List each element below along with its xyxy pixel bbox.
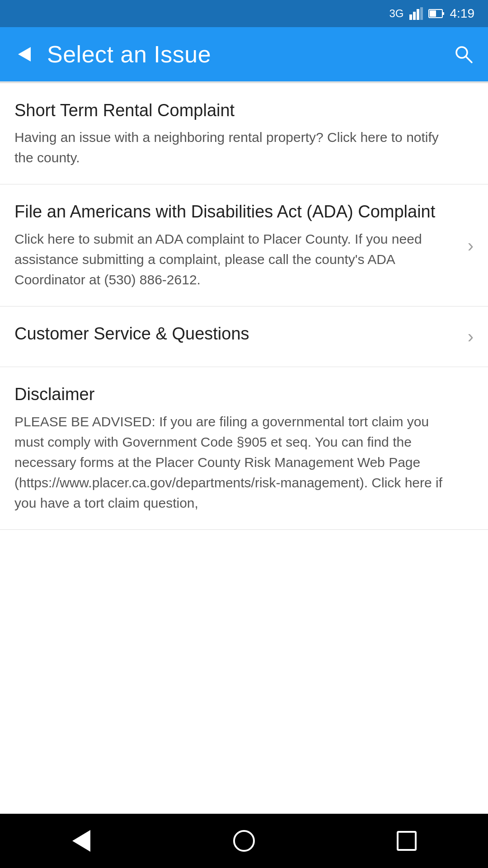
bottom-navigation: [0, 814, 488, 868]
nav-home-button[interactable]: [226, 823, 262, 859]
content-area: Short Term Rental ComplaintHaving an iss…: [0, 83, 488, 814]
app-bar: Select an Issue: [0, 27, 488, 81]
list-item-ada-complaint[interactable]: File an Americans with Disabilities Act …: [0, 184, 488, 306]
nav-recent-button[interactable]: [389, 823, 425, 859]
list-item-desc-short-term-rental: Having an issue with a neighboring renta…: [14, 127, 474, 168]
list-item-title-ada-complaint: File an Americans with Disabilities Act …: [14, 201, 474, 223]
svg-rect-5: [442, 12, 444, 15]
list-item-disclaimer[interactable]: DisclaimerPLEASE BE ADVISED: If you are …: [0, 367, 488, 529]
search-button[interactable]: [450, 41, 477, 68]
signal-bars-icon: [409, 7, 423, 20]
list-item-title-disclaimer: Disclaimer: [14, 383, 474, 406]
svg-rect-2: [417, 9, 419, 20]
list-item-desc-ada-complaint: Click here to submit an ADA complaint to…: [14, 229, 474, 290]
status-icons: 3G 4:19: [389, 6, 474, 21]
page-title: Select an Issue: [47, 41, 441, 68]
chevron-right-icon-customer-service: ›: [468, 326, 474, 347]
time-display: 4:19: [450, 6, 475, 21]
nav-home-icon: [233, 830, 255, 852]
list-item-title-short-term-rental: Short Term Rental Complaint: [14, 99, 474, 122]
nav-recent-icon: [397, 831, 417, 851]
list-item-title-customer-service: Customer Service & Questions: [14, 323, 474, 345]
list-item-desc-disclaimer: PLEASE BE ADVISED: If you are filing a g…: [14, 411, 474, 513]
chevron-right-icon-ada-complaint: ›: [468, 235, 474, 255]
svg-rect-3: [420, 7, 423, 20]
svg-rect-0: [409, 14, 412, 20]
network-signal-icon: 3G: [389, 7, 404, 20]
back-button[interactable]: [11, 41, 38, 68]
svg-line-11: [466, 57, 472, 62]
issue-list: Short Term Rental ComplaintHaving an iss…: [0, 83, 488, 530]
list-item-short-term-rental[interactable]: Short Term Rental ComplaintHaving an iss…: [0, 83, 488, 184]
nav-back-button[interactable]: [63, 823, 99, 859]
battery-icon: [428, 8, 445, 19]
svg-rect-1: [413, 12, 416, 20]
list-item-customer-service[interactable]: Customer Service & Questions›: [0, 307, 488, 367]
status-bar: 3G 4:19: [0, 0, 488, 27]
search-icon: [454, 44, 474, 64]
back-arrow-icon: [18, 47, 31, 61]
nav-back-icon: [72, 830, 90, 852]
